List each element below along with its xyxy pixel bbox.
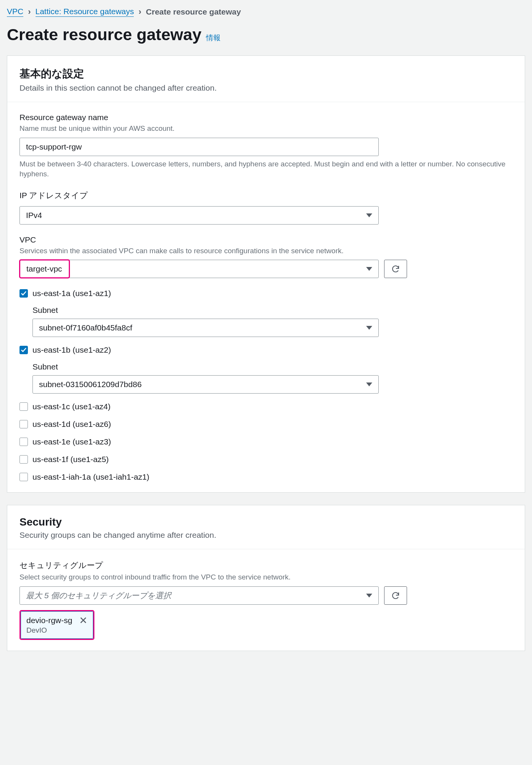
- subnet-block: Subnetsubnet-03150061209d7bd86: [32, 362, 513, 394]
- refresh-icon: [391, 591, 400, 600]
- caret-down-icon: [366, 213, 372, 217]
- breadcrumb-link-lattice[interactable]: Lattice: Resource gateways: [36, 7, 134, 17]
- vpc-select[interactable]: target-vpc: [19, 260, 379, 278]
- az-item: us-east-1a (use1-az1)Subnetsubnet-0f7160…: [19, 289, 513, 337]
- basic-settings-header: 基本的な設定 Details in this section cannot be…: [7, 56, 525, 102]
- az-item: us-east-1d (use1-az6): [19, 420, 513, 429]
- security-heading: Security: [19, 516, 513, 528]
- az-checkbox-row[interactable]: us-east-1-iah-1a (use1-iah1-az1): [19, 472, 513, 482]
- page-title: Create resource gateway 情報: [7, 25, 525, 44]
- caret-down-icon: [366, 382, 372, 386]
- vpc-value-highlight: target-vpc: [19, 259, 70, 278]
- checkbox-icon[interactable]: [19, 402, 28, 411]
- security-panel: Security Security groups can be changed …: [7, 505, 525, 651]
- sg-refresh-button[interactable]: [384, 586, 407, 605]
- security-desc: Security groups can be changed anytime a…: [19, 531, 513, 540]
- subnet-select[interactable]: subnet-03150061209d7bd86: [32, 375, 379, 394]
- az-label: us-east-1e (use1-az3): [32, 437, 111, 446]
- az-item: us-east-1e (use1-az3): [19, 437, 513, 446]
- az-label: us-east-1c (use1-az4): [32, 402, 110, 411]
- basic-settings-heading: 基本的な設定: [19, 67, 513, 81]
- az-list: us-east-1a (use1-az1)Subnetsubnet-0f7160…: [19, 289, 513, 482]
- sg-token-sub: DevIO: [26, 626, 88, 635]
- close-icon[interactable]: ✕: [79, 615, 88, 625]
- subnet-label: Subnet: [32, 306, 513, 315]
- gateway-name-hint: Name must be unique within your AWS acco…: [19, 124, 513, 134]
- az-label: us-east-1a (use1-az1): [32, 289, 111, 298]
- vpc-hint: Services within the associated VPC can m…: [19, 246, 513, 256]
- subnet-block: Subnetsubnet-0f7160af0b45fa8cf: [32, 306, 513, 337]
- ip-type-label: IP アドレスタイプ: [19, 190, 513, 201]
- sg-token-highlight: devio-rgw-sg ✕ DevIO: [19, 610, 94, 640]
- gateway-name-group: Resource gateway name Name must be uniqu…: [19, 113, 513, 179]
- sg-placeholder: 最大 5 個のセキュリティグループを選択: [26, 590, 171, 601]
- sg-hint: Select security groups to control inboun…: [19, 572, 513, 583]
- gateway-name-label: Resource gateway name: [19, 113, 513, 122]
- az-checkbox-row[interactable]: us-east-1d (use1-az6): [19, 420, 513, 429]
- gateway-name-input[interactable]: [19, 138, 379, 156]
- ip-type-group: IP アドレスタイプ IPv4: [19, 190, 513, 225]
- caret-down-icon: [366, 326, 372, 330]
- az-label: us-east-1d (use1-az6): [32, 420, 111, 429]
- gateway-name-constraint: Must be between 3-40 characters. Lowerca…: [19, 159, 513, 179]
- az-checkbox-row[interactable]: us-east-1f (use1-az5): [19, 455, 513, 464]
- chevron-right-icon: ›: [138, 7, 141, 17]
- vpc-label: VPC: [19, 235, 513, 244]
- az-item: us-east-1f (use1-az5): [19, 455, 513, 464]
- checkbox-icon[interactable]: [19, 438, 28, 446]
- sg-group: セキュリティグループ Select security groups to con…: [19, 560, 513, 640]
- az-item: us-east-1c (use1-az4): [19, 402, 513, 411]
- refresh-icon: [391, 264, 400, 273]
- info-link[interactable]: 情報: [206, 33, 221, 43]
- breadcrumb-link-vpc[interactable]: VPC: [7, 7, 23, 17]
- vpc-group: VPC Services within the associated VPC c…: [19, 235, 513, 278]
- az-label: us-east-1-iah-1a (use1-iah1-az1): [32, 472, 149, 482]
- basic-settings-desc: Details in this section cannot be change…: [19, 83, 513, 93]
- az-label: us-east-1f (use1-az5): [32, 455, 109, 464]
- subnet-label: Subnet: [32, 362, 513, 371]
- checkbox-checked-icon[interactable]: [19, 346, 28, 354]
- sg-select[interactable]: 最大 5 個のセキュリティグループを選択: [19, 586, 379, 605]
- breadcrumb: VPC › Lattice: Resource gateways › Creat…: [7, 7, 525, 17]
- caret-down-icon: [366, 594, 372, 597]
- sg-token: devio-rgw-sg ✕ DevIO: [21, 611, 93, 639]
- az-label: us-east-1b (use1-az2): [32, 345, 111, 355]
- basic-settings-panel: 基本的な設定 Details in this section cannot be…: [7, 55, 525, 493]
- sg-token-name: devio-rgw-sg: [26, 616, 72, 625]
- breadcrumb-current: Create resource gateway: [146, 7, 241, 16]
- vpc-refresh-button[interactable]: [384, 260, 407, 278]
- checkbox-checked-icon[interactable]: [19, 289, 28, 298]
- subnet-select[interactable]: subnet-0f7160af0b45fa8cf: [32, 319, 379, 337]
- security-header: Security Security groups can be changed …: [7, 505, 525, 549]
- az-checkbox-row[interactable]: us-east-1b (use1-az2): [19, 345, 513, 355]
- az-checkbox-row[interactable]: us-east-1a (use1-az1): [19, 289, 513, 298]
- ip-type-select[interactable]: IPv4: [19, 206, 379, 225]
- ip-type-value: IPv4: [26, 211, 42, 220]
- az-item: us-east-1-iah-1a (use1-iah1-az1): [19, 472, 513, 482]
- checkbox-icon[interactable]: [19, 455, 28, 464]
- page-title-text: Create resource gateway: [7, 25, 201, 44]
- checkbox-icon[interactable]: [19, 473, 28, 481]
- subnet-value: subnet-03150061209d7bd86: [39, 380, 142, 389]
- caret-down-icon: [366, 267, 372, 271]
- az-checkbox-row[interactable]: us-east-1c (use1-az4): [19, 402, 513, 411]
- chevron-right-icon: ›: [28, 7, 31, 17]
- subnet-value: subnet-0f7160af0b45fa8cf: [39, 323, 132, 332]
- az-item: us-east-1b (use1-az2)Subnetsubnet-031500…: [19, 345, 513, 394]
- vpc-value: target-vpc: [26, 264, 62, 273]
- checkbox-icon[interactable]: [19, 420, 28, 428]
- az-checkbox-row[interactable]: us-east-1e (use1-az3): [19, 437, 513, 446]
- sg-label: セキュリティグループ: [19, 560, 513, 571]
